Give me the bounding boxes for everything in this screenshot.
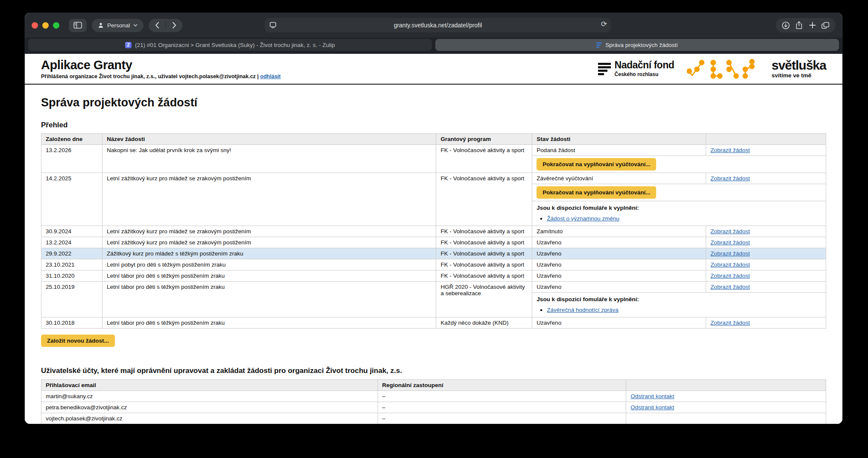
application-name-cell: Letní tábor pro děti s těžkým postižením… [102,270,436,282]
form-link[interactable]: Žádost o významnou změnu [547,215,619,222]
account-row: vojtech.polasek@zivotjinak.cz– [41,413,826,424]
profile-label: Personal [107,22,130,29]
column-header-name: Název žádosti [102,134,436,145]
new-tab-button[interactable] [806,18,819,32]
view-application-link[interactable]: Zobrazit žádost [710,261,750,268]
sidebar-icon [73,22,82,29]
grant-program-cell: FK - Volnočasové aktivity a sport [436,259,532,270]
tab-label: Správa projektových žádostí [605,42,678,48]
view-application-link[interactable]: Zobrazit žádost [710,147,750,153]
tab-zulip[interactable]: Z (21) #01 Organizacni > Grant Svetluska… [28,39,432,51]
safari-window: Personal [25,13,842,424]
forward-icon [172,22,176,29]
remove-contact-link[interactable]: Odstranit kontakt [630,393,674,399]
chevron-down-icon [133,24,138,27]
address-bar[interactable]: granty.svetluska.net/zadatel/profil ⟳ [265,18,611,32]
view-application-cell: Zobrazit žádost [706,270,826,282]
form-link[interactable]: Závěrečná hodnotící zpráva [547,307,618,313]
application-row: 23.10.2021Letní pobyt pro děti s těžkým … [41,259,826,270]
view-application-link[interactable]: Zobrazit žádost [710,175,750,182]
back-icon [155,22,159,29]
continue-settlement-button[interactable]: Pokračovat na vyplňování vyúčtování... [537,158,656,170]
account-region-cell: – [378,402,626,413]
svetluska-logo: světluška svítíme ve tmě [771,59,826,79]
page-content: Aplikace Granty Přihlášená organizace Ži… [25,54,842,424]
status-cell: Uzavřeno [532,237,706,248]
downloads-button[interactable] [779,18,792,32]
forms-list: Žádost o významnou změnu [537,215,821,222]
grant-program-cell: FK - Volnočasové aktivity a sport [436,145,532,173]
forms-list: Závěrečná hodnotící zpráva [537,307,821,313]
accounts-table: Přihlašovací email Regionální zastoupení… [41,379,826,424]
tab-overview-button[interactable] [819,18,832,32]
forms-list-item: Závěrečná hodnotící zpráva [547,307,821,313]
account-region-cell: – [378,413,626,424]
continue-settlement-button[interactable]: Pokračovat na vyplňování vyúčtování... [537,186,656,199]
grant-program-cell: FK - Volnočasové aktivity a sport [436,248,532,259]
tab-sprava-zadosti[interactable]: Správa projektových žádostí [435,39,839,51]
continue-cell: Pokračovat na vyplňování vyúčtování... [532,156,826,173]
application-row: 30.10.2018Letní tábor pro děti s těžkým … [41,317,826,329]
account-email-cell: martin@sukany.cz [41,391,378,402]
view-application-link[interactable]: Zobrazit žádost [710,239,750,246]
czech-radio-bars-icon [598,63,611,75]
application-row: 30.9.2024Letní zážitkový kurz pro mládež… [41,226,826,237]
tab-strip: Z (21) #01 Organizacni > Grant Svetluska… [25,38,842,54]
profile-switcher[interactable]: Personal [92,19,144,32]
logout-link[interactable]: odhlásit [260,73,281,79]
tab-overview-icon [821,22,830,29]
new-application-button[interactable]: Založit novou žádost... [41,335,115,347]
svetluska-constellation-icon [687,57,759,81]
close-window-button[interactable] [32,22,38,29]
view-application-link[interactable]: Zobrazit žádost [710,228,750,235]
page-settings-icon[interactable] [270,22,276,29]
app-header: Aplikace Granty Přihlášená organizace Ži… [25,54,842,85]
back-button[interactable] [149,19,165,32]
forms-cell: Jsou k dispozici fomuláře k vyplnění:Žád… [532,201,826,226]
column-header-actions [706,134,826,145]
applications-table-header-row: Založeno dne Název žádosti Grantový prog… [41,134,826,145]
forward-button[interactable] [166,19,182,32]
view-application-cell: Zobrazit žádost [706,282,826,293]
share-button[interactable] [792,18,806,32]
view-application-cell: Zobrazit žádost [706,259,826,270]
application-name-cell: Letní pobyt pro děti s těžkým postižením… [102,259,436,270]
zoom-window-button[interactable] [53,22,59,29]
application-row: 13.2.2024Letní zážitkový kurz pro mládež… [41,237,826,248]
status-cell: Uzavřeno [532,248,706,259]
account-actions-cell: Odstranit kontakt [626,391,826,402]
view-application-cell: Zobrazit žádost [706,317,826,329]
status-cell: Uzavřeno [532,259,706,270]
view-application-cell: Zobrazit žádost [706,145,826,156]
grant-program-cell: HGŘ 2020 - Volnočasové aktivity a sebere… [436,282,532,317]
view-application-link[interactable]: Zobrazit žádost [710,273,750,279]
application-row: 31.10.2020Letní tábor pro děti s těžkým … [41,270,826,282]
reload-icon[interactable]: ⟳ [601,20,607,29]
view-application-link[interactable]: Zobrazit žádost [710,284,750,290]
status-cell: Uzavřeno [532,270,706,282]
created-date-cell: 23.10.2021 [41,259,103,270]
nadacni-fond-logo: Nadační fond Českého rozhlasu [598,60,674,77]
application-name-cell: Letní zážitkový kurz pro mládež se zrako… [102,237,436,248]
application-name-cell: Letní zážitkový kurz pro mládež se zrako… [102,226,436,237]
view-application-cell: Zobrazit žádost [706,248,826,259]
status-cell: Zamítnuto [532,226,706,237]
blue-bars-favicon [596,42,602,48]
minimize-window-button[interactable] [42,22,49,29]
view-application-link[interactable]: Zobrazit žádost [710,250,750,257]
account-row: martin@sukany.cz–Odstranit kontakt [41,391,826,402]
sidebar-toggle-button[interactable] [69,19,87,32]
application-name-cell: Letní zážitkový kurz pro mládež se zrako… [102,173,436,226]
app-header-left: Aplikace Granty Přihlášená organizace Ži… [41,58,281,79]
created-date-cell: 30.10.2018 [41,317,103,329]
applications-table: Založeno dne Název žádosti Grantový prog… [41,133,826,329]
remove-contact-link[interactable]: Odstranit kontakt [630,404,674,411]
grant-program-cell: FK - Volnočasové aktivity a sport [436,173,532,226]
forms-available-label: Jsou k dispozici fomuláře k vyplnění: [537,296,821,302]
toolbar-right-cluster [776,18,836,32]
grant-program-cell: FK - Volnočasové aktivity a sport [436,270,532,282]
grant-program-cell: FK - Volnočasové aktivity a sport [436,226,532,237]
column-header-program: Grantový program [436,134,532,145]
view-application-link[interactable]: Zobrazit žádost [710,320,750,326]
application-name-cell: Nakopni se: Jak udělat prvník krok za sv… [102,145,436,173]
